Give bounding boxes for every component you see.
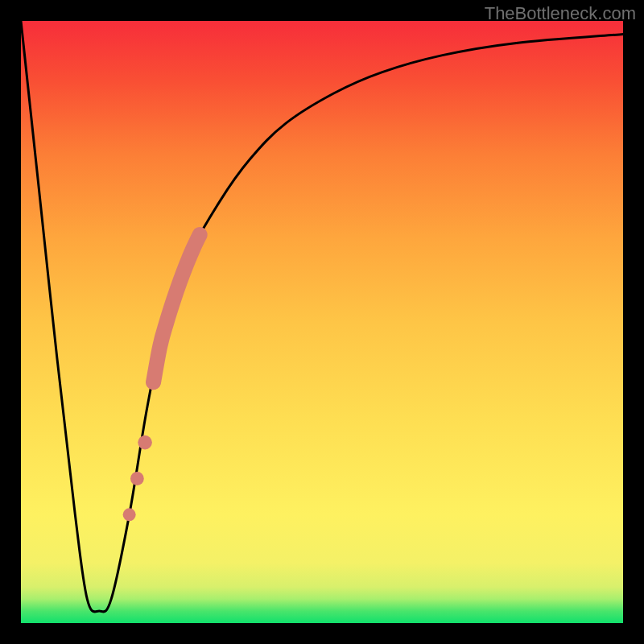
plot-area	[21, 21, 623, 623]
bottleneck-chart: TheBottleneck.com	[0, 0, 644, 644]
